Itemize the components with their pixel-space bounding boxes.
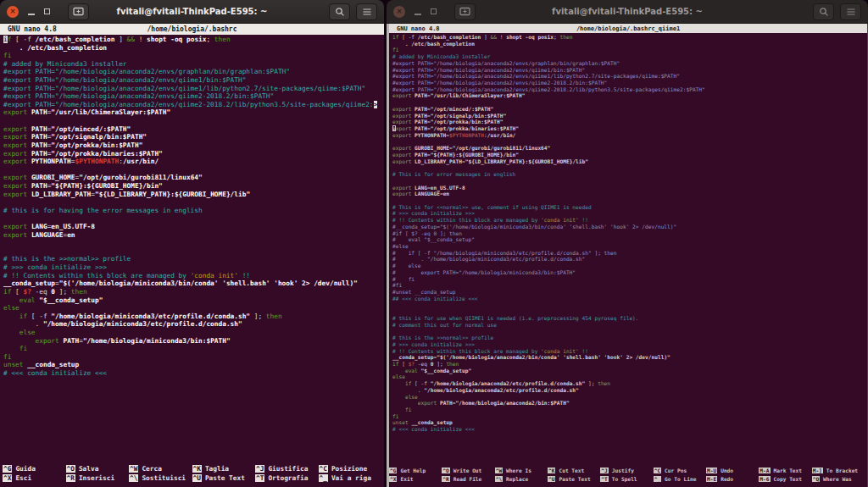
code-span: then [598,380,610,386]
terminal-line: export PATH="/opt/prokka/binaries:$PATH" [3,150,384,158]
code-span: fi [19,345,27,352]
shortcut-key: ^_ [654,476,661,482]
code-span: #export PATH="/home/biologia/anaconda2/e… [3,68,290,75]
shortcut-key: ^\ [495,476,503,482]
code-span: #export PATH="/home/biologia/anaconda2/e… [392,86,705,92]
terminal-line: export LANG=en_US.UTF-8 [392,185,867,191]
code-span: unset [392,419,409,425]
new-tab-button[interactable] [454,3,476,20]
code-span: export [3,125,27,133]
code-span: then [266,313,282,320]
new-tab-button[interactable] [68,3,89,20]
shortcut-key: ^_ [319,474,328,482]
shortcut-key: M-A [759,468,770,473]
file-path: /home/biologia/.bashrc_qiime1 [576,25,680,32]
code-span: !! [238,272,250,279]
shortcut-label: Giustifica [268,465,308,473]
menu-button[interactable] [840,3,861,20]
minimize-button[interactable] [28,14,35,15]
shortcut-item: ^JJustify [600,468,653,473]
code-span: > [374,101,378,108]
terminal-line: . "/home/biologia/miniconda3/etc/profile… [3,320,384,329]
editor-content-right[interactable]: if [ -f /etc/bash_completion ] && ! shop… [387,33,867,466]
code-span: export [3,133,27,141]
code-span: export [392,132,411,138]
code-span: else [3,304,19,312]
code-span: __conda_setup [392,354,433,360]
code-span: # this is the >>normal>> profile [3,255,131,263]
code-span [3,337,36,345]
close-button[interactable]: ✕ [7,6,19,18]
code-span: PATH [415,152,427,158]
code-span: "/usr/lib/ChimeraSlayer:$PATH" [431,92,526,98]
code-span: fi [3,52,11,59]
terminal-line: # this is the >>normal>> profile [392,335,867,341]
code-span: ] [114,36,126,43]
editor-content-left[interactable]: if [ -f /etc/bash_completion ] && ! shop… [0,35,384,464]
terminal-line: eval "$__conda_setup" [3,296,384,305]
terminal-line: #if [ $? -eq 0 ]; then [392,230,867,237]
shortcut-key: ^U [548,476,555,482]
code-span: # !! Contents within this block are mana… [3,272,191,279]
code-span: # if [ -f "/home/biologia/miniconda3/etc… [392,250,617,256]
terminal-line: export PATH="/home/biologia/miniconda3/b… [3,337,384,346]
code-span: # This is for error messages in english [392,171,515,177]
close-button[interactable]: ✕ [393,6,405,18]
maximize-button[interactable] [44,8,50,14]
shortcut-key: M-] [812,468,823,473]
code-span: LANGUAGE [31,231,64,239]
code-span: "/opt/gurobi/gurobi811/linux64" [79,174,203,181]
code-span: "/home/biologia/anaconda2/etc/profile.d/… [431,380,586,386]
code-span: shopt -oq posix [147,36,206,43]
shortcut-key: ^J [255,465,264,473]
search-button[interactable] [329,3,350,20]
code-span: export [3,158,27,165]
terminal-line: export GUROBI_HOME="/opt/gurobi/gurobi81… [392,145,867,152]
code-span: ; [206,36,214,43]
search-button[interactable] [813,3,834,20]
code-span: en [67,231,75,239]
shortcut-item: ^XEsci [3,474,66,482]
code-span: unset [3,361,23,368]
code-span: # eval "$__conda_setup" [392,236,475,242]
shortcut-bar-right: ^GGet Help^OWrite Out^WWhere Is^KCut Tex… [387,466,867,483]
code-span: $PYTHONPATH [449,132,484,138]
terminal-line [3,117,384,125]
code-span: "$('/home/biologia/miniconda3/bin/conda'… [59,279,358,287]
maximize-button[interactable] [431,8,437,14]
code-span: # !! Contents within this block are mana… [392,217,541,223]
menu-button[interactable] [356,3,377,20]
code-span: export [3,231,27,239]
terminal-line: #__conda_setup="$('/home/biologia/minico… [392,224,867,230]
code-span: #export PATH="/home/biologia/anaconda2/e… [3,76,246,84]
code-span: #if [ $? -eq 0 ]; then [392,230,462,236]
titlebar-left[interactable]: ✕ fvitali@fvitali-ThinkPad-E595: ~ [0,0,384,24]
terminal-line: else [3,304,384,313]
titlebar-right[interactable]: ✕ fvitali@fvitali-ThinkPad-E595: ~ [387,0,868,24]
code-span: # this is for use when QIIME1 is needed … [392,315,639,321]
code-span: # export PATH="/home/biologia/miniconda3… [392,269,576,275]
minimize-button[interactable] [415,14,421,15]
terminal-line [392,99,867,106]
terminal-line: export PATH="${PATH}:${GUROBI_HOME}/bin" [3,182,384,191]
terminal-line: # fi [392,276,867,283]
code-span: en [443,191,449,196]
code-span: !! [579,348,588,354]
code-span: "${LD_LIBRARY_PATH}:${GUROBI_HOME}/lib" [95,191,250,198]
code-span [392,400,418,406]
shortcut-row: ^GGet Help^OWrite Out^WWhere Is^KCut Tex… [389,466,865,474]
code-span: PATH [31,150,47,158]
terminal-line [392,197,867,204]
terminal-line: #export PATH="/home/biologia/anaconda2/e… [392,80,867,86]
terminal-line: #else [392,243,867,250]
code-span: LANG [31,223,47,230]
code-span: export [36,337,59,345]
shortcut-key: ^X [3,474,12,482]
code-span: en_US.UTF-8 [51,223,95,230]
shortcut-item: ^RInserisci [66,474,130,482]
terminal-line: # added by Miniconda3 installer [3,60,384,69]
code-span: "/opt/prokka/bin:$PATH" [431,119,504,125]
scrollbar[interactable] [387,24,389,487]
terminal-line: #export PATH="/home/biologia/anaconda2/e… [392,67,867,74]
terminal-line: # <<< conda initialize <<< [392,426,867,433]
